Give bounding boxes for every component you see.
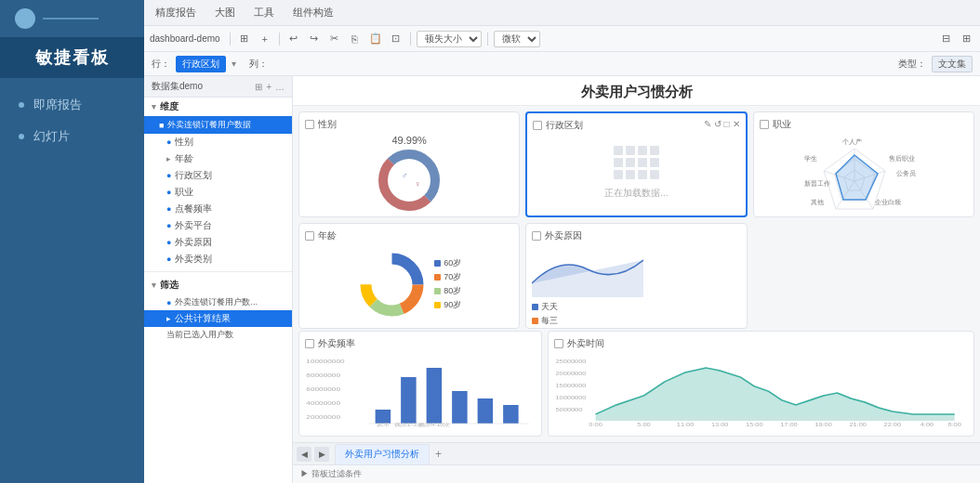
toolbar-icon-more[interactable]: ⊞ — [958, 31, 974, 47]
edit-icon[interactable]: ✎ — [704, 119, 711, 129]
filters-footer-label[interactable]: ▶ 筛板过滤条件 — [300, 468, 362, 480]
menu-item-components[interactable]: 组件构造 — [289, 4, 338, 21]
breadcrumb-label: dashboard-demo — [150, 33, 224, 44]
menu-item-bigview[interactable]: 大图 — [211, 4, 239, 21]
chart-reason-checkbox[interactable] — [532, 231, 541, 241]
chart-occ-checkbox[interactable] — [760, 120, 769, 129]
menubar: 精度报告 大图 工具 组件构造 — [144, 0, 980, 26]
tree-section-filter: ▾ 筛选 ● 外卖连锁订餐用户数... ▸ 公共计算结果 当前已选入用户数 — [144, 271, 292, 343]
chart-age-checkbox[interactable] — [305, 231, 314, 241]
expand-icon[interactable]: □ — [724, 119, 730, 129]
lc5 — [614, 158, 623, 167]
chart-freq-label: 外卖频率 — [318, 337, 355, 350]
tree-sub-category[interactable]: ● 外卖类别 — [144, 251, 292, 268]
sidebar-logo — [0, 0, 144, 37]
tree-sub-platform[interactable]: ● 外卖平台 — [144, 217, 292, 234]
svg-text:8:00: 8:00 — [947, 422, 961, 427]
menu-item-tools[interactable]: 工具 — [250, 4, 278, 21]
tree-sub-occupation[interactable]: ● 职业 — [144, 184, 292, 201]
dashboard-title: 外卖用户习惯分析 — [293, 76, 980, 106]
filter-region[interactable]: 行政区划 — [176, 56, 226, 72]
chart-occupation: 职业 — [753, 111, 974, 217]
tree-sub-reason[interactable]: ● 外卖原因 — [144, 234, 292, 251]
toolbar-icon-cut[interactable]: ✂ — [326, 31, 343, 47]
svg-text:偶尔4-10次: 偶尔4-10次 — [418, 423, 450, 427]
tree-section-dimension[interactable]: ▾ 维度 — [144, 98, 292, 116]
toolbar-icon-grid[interactable]: ⊞ — [236, 31, 253, 47]
svg-text:80000000: 80000000 — [306, 372, 340, 378]
nav-dot-2 — [19, 134, 24, 139]
sidebar-item-slides[interactable]: 幻灯片 — [0, 121, 144, 152]
svg-text:20000000: 20000000 — [306, 413, 340, 420]
svg-text:15:00: 15:00 — [746, 422, 763, 427]
tree-filter-item1[interactable]: ● 外卖连锁订餐用户数... — [144, 294, 292, 310]
tree-sub-gender[interactable]: ● 性别 — [144, 134, 292, 150]
tree-filter-sub[interactable]: 当前已选入用户数 — [144, 327, 292, 343]
sidebar: 敏捷看板 即席报告 幻灯片 — [0, 0, 144, 483]
filter-type[interactable]: 文文集 — [932, 56, 973, 72]
legend-dot-70 — [434, 274, 441, 281]
toolbar-icon-format[interactable]: ⊡ — [388, 31, 404, 47]
tab-add-button[interactable]: + — [430, 446, 447, 463]
svg-text:0:00: 0:00 — [589, 422, 603, 427]
toolbar-icon-paste[interactable]: 📋 — [367, 31, 384, 47]
tree-close-icon[interactable]: … — [275, 82, 285, 92]
svg-text:企业白领: 企业白领 — [875, 199, 901, 205]
tab-main-label: 外卖用户习惯分析 — [345, 448, 419, 461]
chart-time-checkbox[interactable] — [554, 339, 563, 348]
svg-rect-37 — [478, 398, 494, 424]
tree-sub-frequency[interactable]: ● 点餐频率 — [144, 201, 292, 217]
tree-sub-icon: ● — [166, 137, 171, 147]
chart-region-checkbox[interactable] — [533, 121, 542, 130]
tree-sub-region[interactable]: ● 行政区划 — [144, 167, 292, 184]
svg-text:10000000: 10000000 — [555, 395, 587, 400]
font-select[interactable]: 微软 — [494, 31, 540, 47]
close-icon[interactable]: ✕ — [733, 119, 740, 129]
sidebar-title: 敏捷看板 — [0, 37, 144, 78]
nav-next[interactable]: ▶ — [314, 447, 329, 462]
svg-rect-38 — [503, 405, 519, 424]
tree-item-data[interactable]: ■ 外卖连锁订餐用户数据 — [144, 116, 292, 134]
menu-item-report[interactable]: 精度报告 — [152, 4, 200, 21]
svg-rect-32 — [401, 377, 417, 424]
chart-time-body: 25000000 20000000 15000000 10000000 5000… — [554, 354, 969, 430]
sidebar-item-adhoc[interactable]: 即席报告 — [0, 89, 144, 121]
filterbar: 行： 行政区划 ▾ 列： 类型： 文文集 — [144, 52, 980, 76]
toolbar: dashboard-demo ⊞ + ↩ ↪ ✂ ⎘ 📋 ⊡ 顿失大小 微软 ⊟… — [144, 26, 980, 52]
chart-occ-label: 职业 — [773, 118, 791, 131]
gender-donut-svg: ♂ ♀ — [377, 148, 442, 213]
chart-reason-body: 天天 每三 外卖 外卖 — [532, 246, 740, 329]
lc12 — [650, 170, 659, 179]
lc3 — [638, 146, 647, 155]
tree-sub-age-label: 年龄 — [175, 152, 193, 165]
chart-age: 年龄 60岁 — [298, 223, 520, 329]
loading-placeholder: 正在加载数据... — [533, 136, 739, 210]
tree-filter-item2[interactable]: ▸ 公共计算结果 — [144, 310, 292, 327]
tree-expand-age: ▸ — [166, 154, 171, 163]
tree-add-icon[interactable]: ⊞ — [255, 82, 262, 92]
toolbar-icon-copy[interactable]: ⎘ — [347, 31, 364, 47]
tree-panel: 数据集demo ⊞ + … ▾ 维度 ■ 外卖连锁订餐用户数据 ● 性别 — [144, 76, 293, 483]
toolbar-icon-add[interactable]: + — [257, 31, 273, 47]
tree-item-label: 外卖连锁订餐用户数据 — [167, 119, 251, 131]
refresh-icon[interactable]: ↺ — [714, 119, 722, 129]
toolbar-icon-settings[interactable]: ⊟ — [937, 31, 954, 47]
nav-prev[interactable]: ◀ — [297, 447, 311, 462]
tab-main[interactable]: 外卖用户习惯分析 — [335, 444, 430, 464]
lc7 — [638, 158, 647, 167]
svg-text:21:00: 21:00 — [849, 422, 867, 427]
zoom-select[interactable]: 顿失大小 — [417, 31, 482, 47]
chart-time-label: 外卖时间 — [567, 337, 604, 350]
tree-filter-header[interactable]: ▾ 筛选 — [144, 276, 292, 294]
chart-reason: 外卖原因 天天 — [525, 223, 747, 329]
tree-sub-age[interactable]: ▸ 年龄 — [144, 150, 292, 167]
chart-freq-checkbox[interactable] — [305, 339, 314, 348]
svg-text:40000000: 40000000 — [306, 399, 340, 406]
chart-checkbox[interactable] — [305, 120, 314, 129]
tree-sub-cat-icon: ● — [166, 255, 171, 264]
tree-menu-icon[interactable]: + — [266, 82, 271, 92]
toolbar-icon-redo[interactable]: ↪ — [306, 31, 323, 47]
tree-sub-occ-label: 职业 — [175, 186, 193, 199]
svg-text:♂: ♂ — [402, 171, 408, 180]
toolbar-icon-undo[interactable]: ↩ — [285, 31, 302, 47]
